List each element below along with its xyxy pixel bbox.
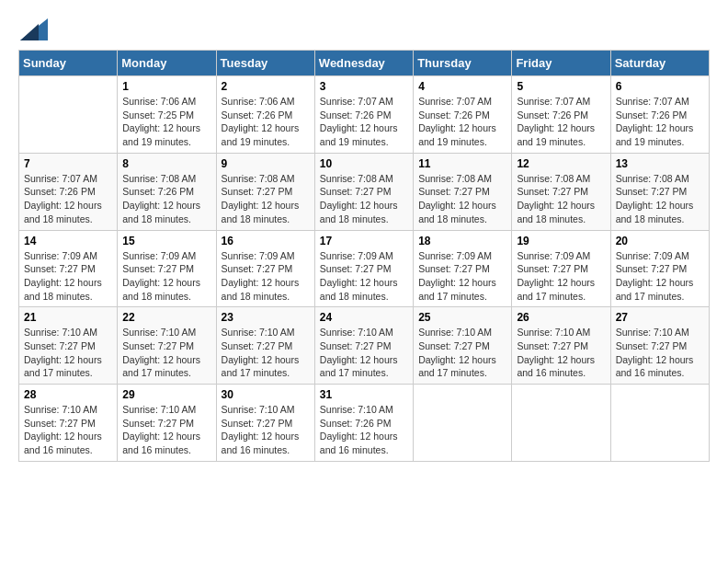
day-info: Sunrise: 7:10 AMSunset: 7:27 PMDaylight:…	[222, 403, 310, 457]
calendar-cell: 3Sunrise: 7:07 AMSunset: 7:26 PMDaylight…	[314, 76, 413, 154]
calendar-cell: 14Sunrise: 7:09 AMSunset: 7:27 PMDayligh…	[19, 230, 118, 307]
calendar-cell: 1Sunrise: 7:06 AMSunset: 7:25 PMDaylight…	[118, 76, 216, 154]
day-info: Sunrise: 7:08 AMSunset: 7:27 PMDaylight:…	[517, 172, 605, 226]
day-number: 29	[122, 388, 210, 401]
day-info: Sunrise: 7:07 AMSunset: 7:26 PMDaylight:…	[616, 95, 704, 149]
calendar-week-row: 21Sunrise: 7:10 AMSunset: 7:27 PMDayligh…	[19, 307, 710, 385]
day-number: 2	[222, 80, 310, 93]
calendar-cell: 15Sunrise: 7:09 AMSunset: 7:27 PMDayligh…	[118, 230, 216, 307]
day-number: 23	[222, 311, 310, 324]
svg-marker-1	[20, 24, 39, 40]
day-number: 24	[320, 311, 408, 324]
calendar-cell: 26Sunrise: 7:10 AMSunset: 7:27 PMDayligh…	[512, 307, 610, 385]
calendar-cell: 18Sunrise: 7:09 AMSunset: 7:27 PMDayligh…	[414, 230, 512, 307]
day-info: Sunrise: 7:09 AMSunset: 7:27 PMDaylight:…	[418, 249, 506, 304]
calendar-cell: 11Sunrise: 7:08 AMSunset: 7:27 PMDayligh…	[414, 153, 512, 230]
day-number: 26	[517, 311, 605, 324]
header-wednesday: Wednesday	[314, 51, 413, 76]
day-info: Sunrise: 7:10 AMSunset: 7:27 PMDaylight:…	[122, 326, 210, 380]
calendar-week-row: 28Sunrise: 7:10 AMSunset: 7:27 PMDayligh…	[19, 385, 710, 462]
calendar-cell: 2Sunrise: 7:06 AMSunset: 7:26 PMDaylight…	[216, 76, 314, 154]
calendar-cell: 4Sunrise: 7:07 AMSunset: 7:26 PMDaylight…	[414, 76, 512, 154]
day-number: 5	[517, 80, 605, 93]
calendar-cell	[19, 76, 118, 154]
logo-icon	[20, 18, 48, 40]
calendar-cell: 22Sunrise: 7:10 AMSunset: 7:27 PMDayligh…	[118, 307, 216, 385]
calendar-cell: 20Sunrise: 7:09 AMSunset: 7:27 PMDayligh…	[610, 230, 709, 307]
calendar-cell: 31Sunrise: 7:10 AMSunset: 7:26 PMDayligh…	[314, 385, 413, 462]
day-number: 1	[122, 80, 210, 93]
calendar-cell: 27Sunrise: 7:10 AMSunset: 7:27 PMDayligh…	[610, 307, 709, 385]
calendar-cell: 17Sunrise: 7:09 AMSunset: 7:27 PMDayligh…	[314, 230, 413, 307]
day-info: Sunrise: 7:08 AMSunset: 7:27 PMDaylight:…	[616, 172, 704, 226]
day-info: Sunrise: 7:07 AMSunset: 7:26 PMDaylight:…	[418, 95, 506, 149]
day-number: 3	[320, 80, 408, 93]
calendar-cell	[610, 385, 709, 462]
calendar-cell	[414, 385, 512, 462]
calendar-cell: 6Sunrise: 7:07 AMSunset: 7:26 PMDaylight…	[610, 76, 709, 154]
day-number: 22	[122, 311, 210, 324]
calendar-table: SundayMondayTuesdayWednesdayThursdayFrid…	[18, 50, 710, 462]
day-number: 15	[122, 235, 210, 247]
day-info: Sunrise: 7:09 AMSunset: 7:27 PMDaylight:…	[24, 249, 112, 304]
day-number: 28	[24, 388, 112, 401]
day-number: 18	[418, 235, 506, 247]
day-info: Sunrise: 7:10 AMSunset: 7:27 PMDaylight:…	[320, 326, 408, 380]
header-sunday: Sunday	[19, 51, 118, 76]
day-info: Sunrise: 7:10 AMSunset: 7:26 PMDaylight:…	[320, 403, 408, 457]
day-info: Sunrise: 7:10 AMSunset: 7:27 PMDaylight:…	[222, 326, 310, 380]
day-number: 19	[517, 235, 605, 247]
day-info: Sunrise: 7:09 AMSunset: 7:27 PMDaylight:…	[320, 249, 408, 304]
day-number: 11	[418, 157, 506, 170]
calendar-cell: 24Sunrise: 7:10 AMSunset: 7:27 PMDayligh…	[314, 307, 413, 385]
day-info: Sunrise: 7:10 AMSunset: 7:27 PMDaylight:…	[517, 326, 605, 380]
day-info: Sunrise: 7:07 AMSunset: 7:26 PMDaylight:…	[517, 95, 605, 149]
day-info: Sunrise: 7:10 AMSunset: 7:27 PMDaylight:…	[616, 326, 704, 380]
calendar-cell	[512, 385, 610, 462]
day-info: Sunrise: 7:06 AMSunset: 7:26 PMDaylight:…	[222, 95, 310, 149]
calendar-cell: 9Sunrise: 7:08 AMSunset: 7:27 PMDaylight…	[216, 153, 314, 230]
day-number: 17	[320, 235, 408, 247]
calendar-cell: 23Sunrise: 7:10 AMSunset: 7:27 PMDayligh…	[216, 307, 314, 385]
day-info: Sunrise: 7:10 AMSunset: 7:27 PMDaylight:…	[24, 403, 112, 457]
calendar-cell: 16Sunrise: 7:09 AMSunset: 7:27 PMDayligh…	[216, 230, 314, 307]
day-info: Sunrise: 7:08 AMSunset: 7:27 PMDaylight:…	[418, 172, 506, 226]
day-info: Sunrise: 7:08 AMSunset: 7:27 PMDaylight:…	[222, 172, 310, 226]
calendar-cell: 8Sunrise: 7:08 AMSunset: 7:26 PMDaylight…	[118, 153, 216, 230]
calendar-week-row: 1Sunrise: 7:06 AMSunset: 7:25 PMDaylight…	[19, 76, 710, 154]
day-number: 10	[320, 157, 408, 170]
day-info: Sunrise: 7:10 AMSunset: 7:27 PMDaylight:…	[122, 403, 210, 457]
day-info: Sunrise: 7:09 AMSunset: 7:27 PMDaylight:…	[517, 249, 605, 304]
calendar-header-row: SundayMondayTuesdayWednesdayThursdayFrid…	[19, 51, 710, 76]
day-info: Sunrise: 7:08 AMSunset: 7:26 PMDaylight:…	[122, 172, 210, 226]
day-info: Sunrise: 7:09 AMSunset: 7:27 PMDaylight:…	[122, 249, 210, 304]
header-tuesday: Tuesday	[216, 51, 314, 76]
header-thursday: Thursday	[414, 51, 512, 76]
calendar-cell: 10Sunrise: 7:08 AMSunset: 7:27 PMDayligh…	[314, 153, 413, 230]
day-info: Sunrise: 7:10 AMSunset: 7:27 PMDaylight:…	[418, 326, 506, 380]
calendar-cell: 30Sunrise: 7:10 AMSunset: 7:27 PMDayligh…	[216, 385, 314, 462]
day-info: Sunrise: 7:07 AMSunset: 7:26 PMDaylight:…	[320, 95, 408, 149]
day-number: 14	[24, 235, 112, 247]
day-number: 16	[222, 235, 310, 247]
calendar-cell: 13Sunrise: 7:08 AMSunset: 7:27 PMDayligh…	[610, 153, 709, 230]
day-number: 20	[616, 235, 704, 247]
day-number: 31	[320, 388, 408, 401]
calendar-week-row: 14Sunrise: 7:09 AMSunset: 7:27 PMDayligh…	[19, 230, 710, 307]
calendar-cell: 19Sunrise: 7:09 AMSunset: 7:27 PMDayligh…	[512, 230, 610, 307]
calendar-cell: 12Sunrise: 7:08 AMSunset: 7:27 PMDayligh…	[512, 153, 610, 230]
day-number: 13	[616, 157, 704, 170]
day-number: 27	[616, 311, 704, 324]
page-header	[18, 18, 710, 40]
day-info: Sunrise: 7:07 AMSunset: 7:26 PMDaylight:…	[24, 172, 112, 226]
header-monday: Monday	[118, 51, 216, 76]
day-info: Sunrise: 7:06 AMSunset: 7:25 PMDaylight:…	[122, 95, 210, 149]
calendar-cell: 29Sunrise: 7:10 AMSunset: 7:27 PMDayligh…	[118, 385, 216, 462]
day-info: Sunrise: 7:09 AMSunset: 7:27 PMDaylight:…	[616, 249, 704, 304]
day-number: 7	[24, 157, 112, 170]
day-info: Sunrise: 7:10 AMSunset: 7:27 PMDaylight:…	[24, 326, 112, 380]
day-number: 21	[24, 311, 112, 324]
header-friday: Friday	[512, 51, 610, 76]
day-number: 8	[122, 157, 210, 170]
calendar-cell: 7Sunrise: 7:07 AMSunset: 7:26 PMDaylight…	[19, 153, 118, 230]
